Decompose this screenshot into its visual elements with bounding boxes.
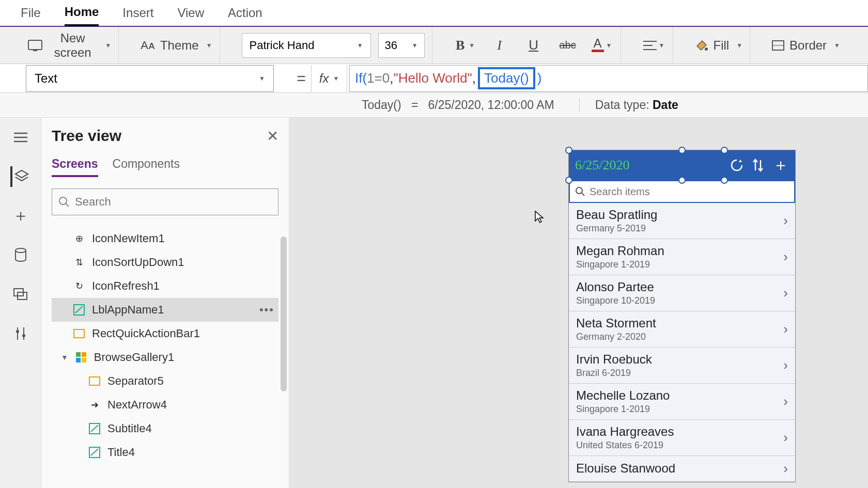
font-family-select[interactable]: Patrick Hand ▼ (242, 33, 371, 58)
tree-close-button[interactable]: ✕ (267, 128, 278, 145)
svg-line-20 (66, 203, 69, 207)
menu-home[interactable]: Home (65, 0, 99, 26)
chevron-right-icon[interactable]: › (783, 357, 788, 373)
chevron-down-icon: ▼ (259, 75, 265, 82)
tree-item[interactable]: ⇅ IconSortUpDown1 (52, 250, 278, 274)
menu-file[interactable]: File (21, 1, 41, 25)
chevron-right-icon[interactable]: › (783, 213, 788, 229)
formula-token: ) (537, 70, 542, 86)
tree-item-selected[interactable]: LblAppName1 ••• (52, 298, 278, 322)
strikethrough-button[interactable]: abc (556, 34, 579, 57)
rail-insert[interactable]: ＋ (10, 206, 31, 226)
tree-scrollbar[interactable] (281, 237, 287, 391)
menu-view[interactable]: View (177, 1, 204, 25)
rail-hamburger[interactable] (10, 127, 31, 148)
tree-search-input[interactable] (75, 195, 272, 209)
tree-list: ⊕ IconNewItem1 ⇅ IconSortUpDown1 ↻ IconR… (52, 227, 278, 488)
svg-rect-23 (74, 329, 84, 338)
selection-handle[interactable] (721, 147, 728, 154)
chevron-right-icon[interactable]: › (783, 393, 788, 410)
tree-item[interactable]: Separator5 (52, 369, 278, 393)
tree-item-label: RectQuickActionBar1 (92, 327, 200, 340)
bold-button[interactable]: B▼ (454, 34, 477, 57)
font-family-value: Patrick Hand (250, 39, 315, 52)
selection-handle[interactable] (565, 147, 572, 154)
rail-tools[interactable] (10, 323, 31, 344)
gallery-item[interactable]: Beau SpratlingGermany 5-2019› (569, 203, 795, 239)
gallery-item[interactable]: Irvin RoebuckBrazil 6-2019› (569, 348, 795, 384)
font-color-button[interactable]: A ▼ (591, 34, 613, 57)
tree-item[interactable]: ⊕ IconNewItem1 (52, 227, 278, 250)
theme-label: Theme (160, 38, 199, 53)
tree-search[interactable] (52, 188, 278, 215)
gallery-item[interactable]: Elouise Stanwood› (569, 456, 795, 482)
theme-button[interactable]: Aᴀ Theme ▼ (141, 38, 212, 53)
formula-datatype: Data type: Date (579, 98, 678, 112)
formula-highlight: Today() (478, 67, 535, 89)
svg-rect-0 (28, 40, 42, 50)
sort-icon[interactable] (753, 159, 763, 172)
more-icon[interactable]: ••• (259, 303, 274, 317)
rail-data[interactable] (10, 245, 31, 265)
menu-action[interactable]: Action (228, 1, 262, 25)
property-select[interactable]: Text ▼ (26, 65, 274, 92)
refresh-icon[interactable] (730, 159, 743, 172)
selection-handle[interactable] (565, 177, 572, 184)
selection-handle[interactable] (678, 147, 686, 154)
fx-button[interactable]: fx ▼ (311, 65, 347, 92)
border-button[interactable]: Border ▼ (772, 38, 840, 53)
formula-result-bar: Today() = 6/25/2020, 12:00:00 AM Data ty… (0, 93, 868, 118)
left-rail: ＋ (0, 118, 41, 488)
gallery-item[interactable]: Neta StormentGermany 2-2020› (569, 311, 795, 348)
formula-input[interactable]: If( 1=0 , "Hello World" , Today() ) (349, 65, 868, 92)
add-icon[interactable]: ＋ (772, 154, 789, 177)
italic-button[interactable]: I (488, 34, 511, 57)
gallery-item[interactable]: Megan RohmanSingapore 1-2019› (569, 239, 795, 275)
fill-label: Fill (714, 38, 730, 53)
chevron-right-icon[interactable]: › (783, 249, 788, 265)
tree-item[interactable]: Subtitle4 (52, 417, 278, 440)
label-icon (88, 422, 101, 435)
svg-point-12 (16, 248, 26, 253)
svg-point-5 (705, 48, 708, 51)
fill-button[interactable]: Fill ▼ (695, 38, 743, 53)
tab-screens[interactable]: Screens (52, 157, 98, 177)
tab-components[interactable]: Components (113, 157, 180, 177)
menu-insert[interactable]: Insert (122, 1, 153, 25)
control-icon: ⇅ (72, 256, 86, 269)
tree-item[interactable]: ➜ NextArrow4 (52, 393, 278, 417)
svg-line-36 (582, 193, 584, 196)
svg-rect-26 (76, 358, 81, 363)
selection-handle[interactable] (678, 177, 686, 184)
tree-item[interactable]: Title4 (52, 440, 278, 464)
theme-icon: Aᴀ (141, 39, 155, 52)
preview-header[interactable]: 6/25/2020 ＋ (569, 150, 795, 180)
rail-treeview[interactable] (10, 166, 31, 187)
rail-media[interactable] (10, 284, 31, 305)
gallery-item[interactable]: Ivana HargreavesUnited States 6-2019› (569, 420, 795, 456)
chevron-right-icon[interactable]: › (783, 461, 788, 477)
chevron-right-icon[interactable]: › (783, 321, 788, 337)
separator-icon (88, 374, 101, 388)
canvas[interactable]: 6/25/2020 ＋ Beau SpratlingGermany 5-2019… (289, 118, 868, 488)
gallery-item[interactable]: Mechelle LozanoSingapore 1-2019› (569, 384, 795, 420)
chevron-right-icon[interactable]: › (783, 285, 788, 301)
tools-icon (14, 326, 27, 341)
item-name: Megan Rohman (576, 244, 664, 258)
rect-icon (72, 327, 86, 340)
chevron-right-icon[interactable]: › (783, 430, 788, 446)
tree-item[interactable]: RectQuickActionBar1 (52, 322, 278, 345)
item-sub: Singapore 1-2019 (576, 259, 664, 270)
close-icon: ✕ (267, 128, 278, 144)
align-button[interactable]: ▼ (643, 34, 665, 57)
gallery-list: Beau SpratlingGermany 5-2019› Megan Rohm… (569, 203, 795, 482)
selection-handle[interactable] (721, 177, 728, 184)
tree-item-expandable[interactable]: ▼ BrowseGallery1 (52, 345, 278, 369)
item-name: Mechelle Lozano (576, 388, 670, 403)
preview-search-input[interactable] (590, 186, 789, 198)
tree-item[interactable]: ↻ IconRefresh1 (52, 274, 278, 298)
font-size-select[interactable]: 36 ▼ (378, 33, 425, 58)
new-screen-button[interactable]: New screen ▼ (28, 31, 111, 60)
gallery-item[interactable]: Alonso ParteeSingapore 10-2019› (569, 275, 795, 311)
underline-button[interactable]: U (522, 34, 545, 57)
